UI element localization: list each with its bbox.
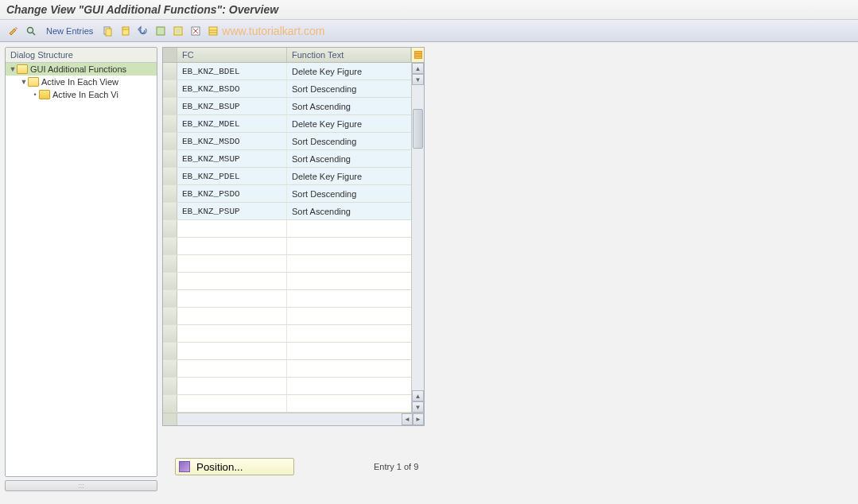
cell-fc[interactable]: EB_KNZ_BSUP: [177, 98, 287, 114]
scroll-left-button[interactable]: ◄: [402, 413, 413, 425]
tree-node[interactable]: •Active In Each Vi: [6, 88, 157, 101]
scroll-down-button[interactable]: ▼: [412, 74, 424, 85]
cell-function-text[interactable]: [287, 238, 411, 254]
copy-as-icon[interactable]: [101, 24, 115, 38]
cell-fc[interactable]: [177, 325, 287, 342]
cell-fc[interactable]: [177, 220, 287, 237]
table-row[interactable]: EB_KNZ_PSDOSort Descending: [163, 185, 411, 203]
table-row[interactable]: EB_KNZ_MDELDelete Key Figure: [163, 115, 411, 133]
cell-function-text[interactable]: Delete Key Figure: [287, 115, 411, 132]
table-row[interactable]: EB_KNZ_BSDOSort Descending: [163, 80, 411, 98]
dialog-structure-tree[interactable]: ▼GUI Additional Functions▼Active In Each…: [6, 63, 157, 476]
table-row-empty[interactable]: [163, 395, 411, 413]
row-select-handle[interactable]: [163, 273, 177, 289]
row-select-handle[interactable]: [163, 98, 177, 114]
table-row[interactable]: EB_KNZ_MSDOSort Descending: [163, 133, 411, 150]
collapse-icon[interactable]: ▼: [9, 65, 17, 73]
cell-function-text[interactable]: [287, 395, 411, 412]
table-row[interactable]: EB_KNZ_PDELDelete Key Figure: [163, 168, 411, 185]
table-row-empty[interactable]: [163, 378, 411, 395]
cell-function-text[interactable]: Sort Ascending: [287, 150, 411, 167]
table-settings-icon[interactable]: [206, 24, 220, 38]
row-select-handle[interactable]: [163, 133, 177, 149]
row-select-handle[interactable]: [163, 150, 177, 167]
cell-fc[interactable]: [177, 378, 287, 394]
select-block-icon[interactable]: [171, 24, 185, 38]
table-row-empty[interactable]: [163, 255, 411, 273]
row-select-handle[interactable]: [163, 378, 177, 394]
table-row-empty[interactable]: [163, 273, 411, 290]
row-select-handle[interactable]: [163, 220, 177, 237]
cell-function-text[interactable]: Sort Ascending: [287, 203, 411, 219]
vertical-scrollbar[interactable]: ▲ ▼ ▲ ▼: [411, 63, 424, 413]
row-select-handle[interactable]: [163, 308, 177, 324]
collapse-icon[interactable]: ▼: [20, 78, 28, 86]
table-row[interactable]: EB_KNZ_BSUPSort Ascending: [163, 98, 411, 115]
table-row-empty[interactable]: [163, 360, 411, 378]
cell-function-text[interactable]: Sort Ascending: [287, 98, 411, 114]
horizontal-scrollbar[interactable]: ◄ ►: [163, 413, 424, 425]
find-icon[interactable]: [24, 24, 38, 38]
table-row[interactable]: EB_KNZ_BDELDelete Key Figure: [163, 63, 411, 80]
cell-function-text[interactable]: [287, 290, 411, 307]
cell-function-text[interactable]: [287, 360, 411, 377]
tree-node[interactable]: ▼Active In Each View: [6, 76, 157, 88]
row-select-handle[interactable]: [163, 203, 177, 219]
cell-fc[interactable]: EB_KNZ_PSUP: [177, 203, 287, 219]
table-row-empty[interactable]: [163, 325, 411, 343]
table-row-empty[interactable]: [163, 308, 411, 325]
cell-function-text[interactable]: Delete Key Figure: [287, 168, 411, 184]
row-select-handle[interactable]: [163, 63, 177, 79]
scroll-up-bottom-button[interactable]: ▲: [412, 390, 424, 401]
row-select-handle[interactable]: [163, 115, 177, 132]
cell-fc[interactable]: [177, 395, 287, 412]
table-row-empty[interactable]: [163, 290, 411, 308]
cell-fc[interactable]: EB_KNZ_PSDO: [177, 185, 287, 202]
scroll-down-bottom-button[interactable]: ▼: [412, 401, 424, 413]
cell-fc[interactable]: [177, 360, 287, 377]
cell-fc[interactable]: EB_KNZ_BDEL: [177, 63, 287, 79]
table-row-empty[interactable]: [163, 343, 411, 360]
cell-function-text[interactable]: [287, 308, 411, 324]
row-select-handle[interactable]: [163, 290, 177, 307]
undo-icon[interactable]: [136, 24, 150, 38]
cell-function-text[interactable]: Sort Descending: [287, 133, 411, 149]
cell-function-text[interactable]: Delete Key Figure: [287, 63, 411, 79]
table-row[interactable]: EB_KNZ_MSUPSort Ascending: [163, 150, 411, 168]
column-header-function-text[interactable]: Function Text: [287, 48, 411, 62]
row-select-handle[interactable]: [163, 395, 177, 412]
tree-node[interactable]: ▼GUI Additional Functions: [6, 63, 157, 76]
cell-fc[interactable]: EB_KNZ_MDEL: [177, 115, 287, 132]
cell-function-text[interactable]: Sort Descending: [287, 80, 411, 97]
row-select-handle[interactable]: [163, 80, 177, 97]
row-select-handle[interactable]: [163, 185, 177, 202]
table-configure-button[interactable]: [411, 48, 424, 62]
row-select-handle[interactable]: [163, 360, 177, 377]
select-all-header[interactable]: [163, 48, 177, 62]
position-button[interactable]: Position...: [175, 458, 294, 475]
delete-icon[interactable]: [118, 24, 133, 38]
scroll-right-button[interactable]: ►: [413, 413, 424, 425]
cell-fc[interactable]: [177, 238, 287, 254]
cell-fc[interactable]: EB_KNZ_PDEL: [177, 168, 287, 184]
hscroll-track[interactable]: [177, 413, 402, 425]
cell-fc[interactable]: [177, 273, 287, 289]
table-row[interactable]: EB_KNZ_PSUPSort Ascending: [163, 203, 411, 220]
row-select-handle[interactable]: [163, 343, 177, 359]
table-row-empty[interactable]: [163, 220, 411, 238]
cell-function-text[interactable]: [287, 255, 411, 272]
expand-icon[interactable]: •: [31, 91, 39, 99]
cell-fc[interactable]: EB_KNZ_MSUP: [177, 150, 287, 167]
row-select-handle[interactable]: [163, 255, 177, 272]
cell-function-text[interactable]: [287, 325, 411, 342]
row-select-handle[interactable]: [163, 238, 177, 254]
sidebar-resize-handle[interactable]: :::: [5, 480, 157, 491]
column-header-fc[interactable]: FC: [177, 48, 287, 62]
toggle-display-change-icon[interactable]: [6, 24, 21, 38]
vscroll-track[interactable]: [412, 85, 424, 390]
cell-fc[interactable]: EB_KNZ_BSDO: [177, 80, 287, 97]
cell-fc[interactable]: EB_KNZ_MSDO: [177, 133, 287, 149]
cell-fc[interactable]: [177, 255, 287, 272]
deselect-all-icon[interactable]: [188, 24, 203, 38]
cell-function-text[interactable]: Sort Descending: [287, 185, 411, 202]
